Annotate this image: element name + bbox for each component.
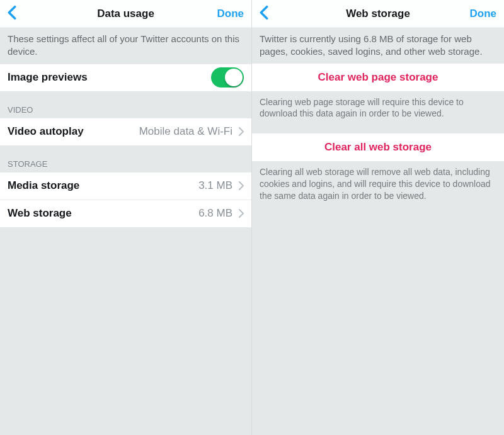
empty-space [0,227,251,436]
video-section-heading: VIDEO [0,91,251,118]
video-autoplay-label: Video autoplay [8,125,84,138]
image-previews-toggle[interactable] [211,67,244,88]
video-autoplay-row[interactable]: Video autoplay Mobile data & Wi-Fi [0,118,251,145]
media-storage-value: 3.1 MB [198,179,232,192]
empty-space [252,207,504,435]
chevron-left-icon [260,5,268,23]
storage-section-heading: STORAGE [0,145,251,172]
clear-web-page-footer: Clearing web page storage will require t… [252,91,504,125]
page-title: Data usage [97,8,154,20]
chevron-right-icon [239,127,244,136]
done-button[interactable]: Done [217,8,244,20]
back-button[interactable] [8,5,26,23]
image-previews-label: Image previews [8,71,88,84]
clear-all-web-footer: Clearing all web storage will remove all… [252,161,504,207]
clear-all-web-storage-button[interactable]: Clear all web storage [252,133,504,161]
video-autoplay-value: Mobile data & Wi-Fi [139,125,232,138]
web-storage-pane: Web storage Done Twitter is currently us… [252,0,504,435]
media-storage-row[interactable]: Media storage 3.1 MB [0,172,251,200]
web-storage-label: Web storage [8,207,72,220]
clear-web-page-storage-button[interactable]: Clear web page storage [252,64,504,91]
web-storage-value: 6.8 MB [198,207,232,220]
web-storage-row[interactable]: Web storage 6.8 MB [0,200,251,227]
chevron-right-icon [239,181,244,190]
header: Data usage Done [0,0,251,28]
page-title: Web storage [346,8,410,20]
clear-web-page-storage-label: Clear web page storage [318,71,438,84]
done-button[interactable]: Done [470,8,497,20]
back-button[interactable] [260,5,278,23]
divider-space [252,125,504,133]
chevron-right-icon [239,209,244,218]
intro-text: These settings affect all of your Twitte… [0,28,251,64]
image-previews-row[interactable]: Image previews [0,64,251,91]
intro-text: Twitter is currently using 6.8 MB of sto… [252,28,504,64]
chevron-left-icon [8,5,16,23]
data-usage-pane: Data usage Done These settings affect al… [0,0,252,435]
header: Web storage Done [252,0,504,28]
clear-all-web-storage-label: Clear all web storage [324,141,432,154]
media-storage-label: Media storage [8,179,79,192]
